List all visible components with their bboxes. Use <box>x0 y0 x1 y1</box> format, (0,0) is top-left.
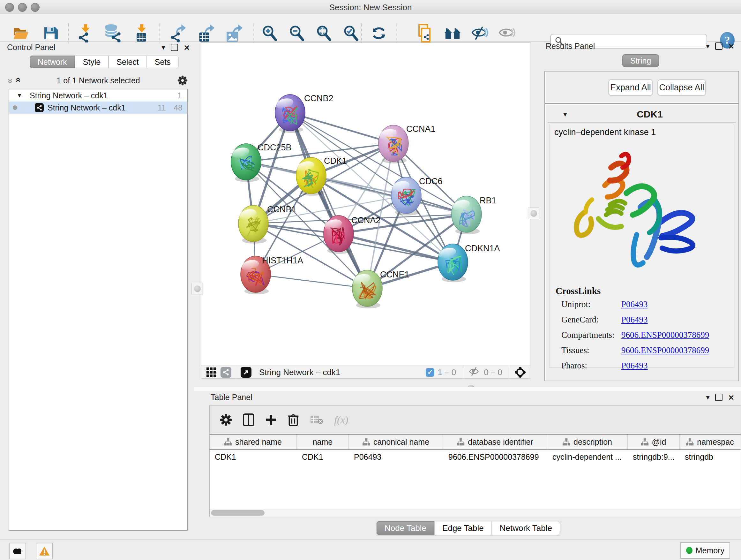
refresh-icon[interactable] <box>370 24 388 42</box>
network-node-CCNB1[interactable]: CCNB1 <box>238 205 296 244</box>
warnings-button[interactable] <box>36 543 53 559</box>
zoom-fit-icon[interactable] <box>315 24 333 42</box>
panel-float-icon[interactable] <box>171 44 178 51</box>
export-image-icon[interactable] <box>226 24 244 42</box>
node-label-CCNA2: CCNA2 <box>351 215 381 225</box>
string-network-graph[interactable]: CCNB2CCNA1CDC25BCDK1CDC6RB1CCNB1CCNA2CDK… <box>201 43 530 366</box>
panel-close-icon[interactable]: × <box>728 43 734 50</box>
fit-content-crosshair-icon[interactable] <box>515 367 526 378</box>
panel-close-icon[interactable]: × <box>184 44 190 51</box>
panel-close-icon[interactable]: × <box>728 394 734 401</box>
panel-float-icon[interactable] <box>715 43 723 50</box>
show-all-icon[interactable] <box>498 24 516 42</box>
crosslink-row: Pharos: P06493 <box>556 361 709 371</box>
column-header[interactable]: name <box>297 435 349 449</box>
column-header[interactable]: database identifier <box>443 435 547 449</box>
network-node-HIST1H1A[interactable]: HIST1H1A <box>240 256 303 294</box>
tree-expander-icon[interactable]: ▼ <box>9 92 30 99</box>
status-bar: Memory <box>0 539 741 560</box>
hide-selected-icon[interactable] <box>471 24 489 42</box>
cloud-status-button[interactable] <box>9 543 26 559</box>
table-row[interactable]: CDK1 CDK1 P06493 9606.ENSP00000378699 cy… <box>210 450 741 464</box>
table-header-row: shared name name canonical name database… <box>210 435 741 450</box>
delete-icon[interactable] <box>287 414 299 426</box>
delete-table-icon[interactable] <box>310 415 323 425</box>
network-node-CCNE1[interactable]: CCNE1 <box>352 270 409 308</box>
collection-count: 1 <box>178 91 187 100</box>
add-row-icon[interactable] <box>265 414 277 426</box>
network-row-selected[interactable]: String Network – cdk1 11 48 <box>9 102 187 114</box>
genecard-link[interactable]: P06493 <box>621 315 648 325</box>
column-header[interactable]: description <box>547 435 628 449</box>
toolbar-separator <box>159 23 160 44</box>
network-node-CCNA1[interactable]: CCNA1 <box>378 124 435 164</box>
network-node-CDC25B[interactable]: CDC25B <box>231 143 292 182</box>
export-network-icon[interactable] <box>170 24 188 42</box>
expand-all-button[interactable]: Expand All <box>608 79 653 96</box>
result-entry-header[interactable]: ▼ CDK1 <box>548 107 736 123</box>
title-bar: Session: New Session <box>0 0 741 14</box>
home-icon[interactable] <box>444 24 461 42</box>
zoom-selected-icon[interactable] <box>342 24 360 42</box>
tab-node-table[interactable]: Node Table <box>377 521 434 535</box>
panel-collapse-icon[interactable]: ▾ <box>706 43 710 50</box>
tissues-link[interactable]: 9606.ENSP00000378699 <box>621 346 709 355</box>
column-header[interactable]: namespac <box>680 435 740 449</box>
network-node-CCNA2[interactable]: CCNA2 <box>323 215 381 254</box>
detach-view-icon[interactable] <box>241 367 252 378</box>
function-builder-icon[interactable]: f(x) <box>334 414 348 426</box>
zoom-in-icon[interactable] <box>261 24 279 42</box>
import-network-database-icon[interactable] <box>104 24 121 42</box>
save-session-icon[interactable] <box>42 24 59 42</box>
toolbar-separator <box>464 366 464 378</box>
table-options-gear-icon[interactable] <box>220 414 232 426</box>
right-splitter-handle[interactable] <box>528 207 539 219</box>
toolbar-separator <box>68 23 69 44</box>
network-node-CDKN1A[interactable]: CDKN1A <box>437 244 500 282</box>
import-table-icon[interactable] <box>133 24 151 42</box>
column-header[interactable]: @id <box>628 435 680 449</box>
node-label-CCNA1: CCNA1 <box>406 124 435 134</box>
pharos-link[interactable]: P06493 <box>621 361 648 371</box>
tab-edge-table[interactable]: Edge Table <box>434 521 492 535</box>
uniprot-link[interactable]: P06493 <box>621 300 648 309</box>
panel-collapse-icon[interactable]: ▾ <box>161 44 165 51</box>
main-toolbar: ? <box>0 14 741 42</box>
node-count: 11 <box>150 103 166 112</box>
open-session-icon[interactable] <box>12 24 30 42</box>
network-node-RB1[interactable]: RB1 <box>451 196 496 234</box>
collapse-all-button[interactable]: Collapse All <box>657 79 706 96</box>
network-share-view-icon[interactable] <box>220 367 231 378</box>
tab-select[interactable]: Select <box>109 56 146 68</box>
network-options-gear-icon[interactable] <box>178 75 188 85</box>
panel-float-icon[interactable] <box>715 394 723 401</box>
memory-button[interactable]: Memory <box>680 542 730 559</box>
table-panel-title: Table Panel <box>211 393 253 402</box>
tab-style[interactable]: Style <box>75 56 109 68</box>
import-network-icon[interactable] <box>77 24 94 42</box>
clone-network-icon[interactable] <box>415 24 433 42</box>
panel-collapse-icon[interactable]: ▾ <box>706 394 710 401</box>
tab-sets[interactable]: Sets <box>147 56 179 68</box>
network-node-CCNB2[interactable]: CCNB2 <box>275 94 333 133</box>
network-collection-row[interactable]: ▼ String Network – cdk1 1 <box>9 89 187 102</box>
column-header[interactable]: shared name <box>210 435 297 449</box>
scrollbar-thumb[interactable] <box>211 510 265 516</box>
left-splitter-handle[interactable] <box>192 283 203 294</box>
expand-all-networks-icon[interactable]: » <box>12 78 22 82</box>
add-column-icon[interactable] <box>243 414 254 426</box>
birds-eye-view-icon[interactable] <box>206 368 216 377</box>
hidden-eye-icon <box>468 367 481 378</box>
entry-expander-icon[interactable]: ▼ <box>548 111 583 118</box>
zoom-out-icon[interactable] <box>288 24 306 42</box>
horizontal-scrollbar[interactable] <box>210 509 741 517</box>
tab-string[interactable]: String <box>622 54 659 67</box>
selected-checkbox-icon[interactable]: ✓ <box>426 368 434 377</box>
control-panel: Control Panel ▾ × Network Style Select S… <box>0 42 194 539</box>
network-canvas[interactable]: CCNB2CCNA1CDC25BCDK1CDC6RB1CCNB1CCNA2CDK… <box>201 43 530 366</box>
compartments-link[interactable]: 9606.ENSP00000378699 <box>621 330 709 340</box>
tab-network[interactable]: Network <box>30 56 75 68</box>
tab-network-table[interactable]: Network Table <box>492 521 560 535</box>
column-header[interactable]: canonical name <box>349 435 443 449</box>
export-table-icon[interactable] <box>198 24 216 42</box>
